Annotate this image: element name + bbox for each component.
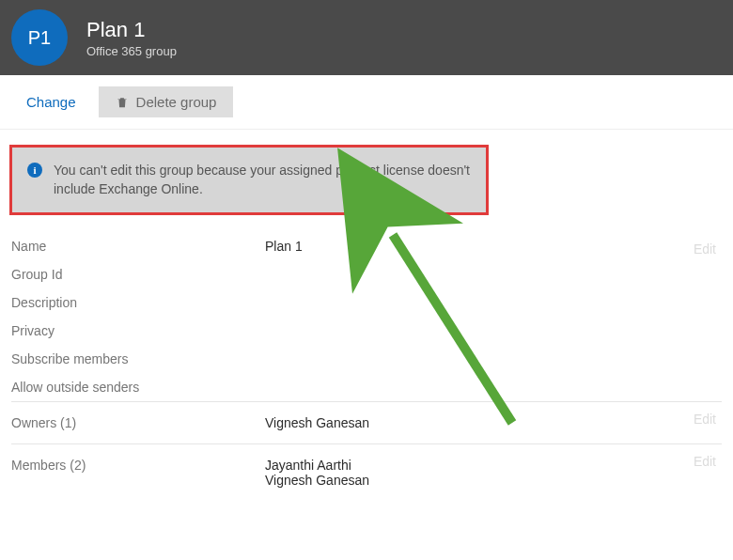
field-label-owners: Owners (1) (11, 415, 265, 430)
field-subscribe: Subscribe members (11, 345, 722, 373)
field-members: Members (2) Jayanthi Aarthi Vignesh Gane… (11, 443, 722, 501)
field-description: Description (11, 288, 722, 317)
edit-link-members[interactable]: Edit (694, 454, 716, 469)
header: P1 Plan 1 Office 365 group (0, 0, 733, 75)
field-privacy: Privacy (11, 317, 722, 345)
alert-message: You can't edit this group because your a… (54, 161, 471, 199)
field-label-description: Description (11, 295, 265, 310)
group-avatar: P1 (11, 9, 68, 66)
member-2: Vignesh Ganesan (265, 473, 369, 488)
fields: Name Plan 1 Edit Group Id Description Pr… (9, 232, 724, 501)
delete-group-label: Delete group (136, 94, 217, 110)
field-value-members: Jayanthi Aarthi Vignesh Ganesan (265, 458, 369, 488)
field-name: Name Plan 1 Edit (11, 232, 722, 260)
field-group-id: Group Id (11, 260, 722, 288)
page-subtitle: Office 365 group (86, 44, 177, 58)
field-label-members: Members (2) (11, 458, 265, 473)
avatar-initials: P1 (28, 27, 51, 49)
trash-icon (116, 96, 129, 109)
field-value-owners: Vignesh Ganesan (265, 415, 369, 430)
field-label-subscribe: Subscribe members (11, 351, 265, 366)
content: i You can't edit this group because your… (0, 130, 733, 501)
page-title: Plan 1 (86, 18, 177, 42)
toolbar: Change Delete group (0, 75, 733, 130)
field-label-privacy: Privacy (11, 323, 265, 338)
field-value-name: Plan 1 (265, 239, 303, 254)
field-label-outside: Allow outside senders (11, 380, 265, 395)
field-owners: Owners (1) Vignesh Ganesan Edit (11, 401, 722, 443)
header-titles: Plan 1 Office 365 group (86, 18, 177, 58)
info-icon: i (27, 163, 42, 178)
edit-link-owners[interactable]: Edit (694, 412, 716, 427)
member-1: Jayanthi Aarthi (265, 458, 369, 473)
edit-link-name[interactable]: Edit (694, 241, 716, 257)
field-label-group-id: Group Id (11, 267, 265, 282)
info-alert: i You can't edit this group because your… (9, 145, 489, 215)
field-outside: Allow outside senders (11, 373, 722, 401)
field-label-name: Name (11, 239, 265, 254)
delete-group-button[interactable]: Delete group (99, 86, 234, 117)
change-link[interactable]: Change (26, 94, 76, 110)
